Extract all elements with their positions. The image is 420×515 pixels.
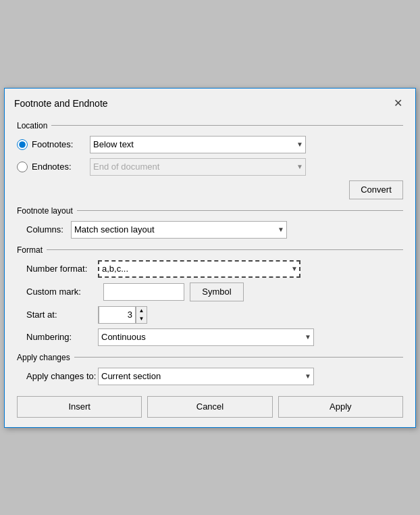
apply-to-label: Apply changes to: [17, 371, 98, 381]
numbering-select[interactable]: Continuous Restart each section Restart … [98, 328, 314, 346]
footnotes-label: Footnotes: [32, 139, 73, 149]
dialog-body: Location Footnotes: Below text Bottom of… [5, 117, 415, 427]
close-button[interactable]: ✕ [390, 95, 406, 112]
convert-button[interactable]: Convert [349, 180, 403, 199]
title-bar: Footnote and Endnote ✕ [5, 89, 415, 117]
columns-label: Columns: [17, 224, 71, 235]
format-section-label: Format [17, 245, 403, 255]
custom-mark-input[interactable] [103, 283, 184, 301]
start-at-input[interactable] [99, 306, 136, 324]
apply-changes-section-label: Apply changes [17, 353, 403, 362]
number-format-label: Number format: [17, 264, 98, 274]
start-at-label: Start at: [17, 310, 98, 320]
endnotes-select-wrapper: End of document End of section ▼ [90, 158, 306, 176]
numbering-select-wrapper: Continuous Restart each section Restart … [98, 328, 314, 346]
footnotes-radio-label[interactable]: Footnotes: [17, 139, 84, 150]
numbering-row: Numbering: Continuous Restart each secti… [17, 328, 403, 346]
apply-changes-section: Apply changes Apply changes to: Current … [17, 353, 403, 385]
spinner-down-button[interactable]: ▼ [136, 315, 147, 323]
location-section-label: Location [17, 121, 403, 130]
spinner-up-button[interactable]: ▲ [136, 307, 147, 315]
cancel-button[interactable]: Cancel [147, 396, 272, 418]
apply-to-select[interactable]: Current section Whole document This poin… [98, 368, 314, 385]
numbering-label: Numbering: [17, 332, 98, 342]
columns-select-wrapper: Match section layout 1 2 3 4 ▼ [71, 221, 287, 239]
convert-row: Convert [17, 180, 403, 199]
footnotes-row: Footnotes: Below text Bottom of page ▼ [17, 136, 403, 153]
endnotes-select[interactable]: End of document End of section [90, 158, 306, 176]
apply-to-row: Apply changes to: Current section Whole … [17, 368, 403, 385]
spinner-buttons: ▲ ▼ [136, 307, 147, 323]
endnotes-radio[interactable] [17, 162, 28, 172]
number-format-select[interactable]: a,b,c... 1,2,3... i,ii,iii... A,B,C... I… [98, 260, 300, 278]
endnotes-label: Endnotes: [32, 162, 72, 172]
columns-row: Columns: Match section layout 1 2 3 4 ▼ [17, 221, 403, 239]
dialog-title: Footnote and Endnote [14, 98, 108, 109]
number-format-row: Number format: a,b,c... 1,2,3... i,ii,ii… [17, 260, 403, 278]
start-at-row: Start at: ▲ ▼ [17, 306, 403, 324]
apply-button[interactable]: Apply [278, 396, 403, 418]
custom-mark-row: Custom mark: Symbol [17, 283, 403, 301]
insert-button[interactable]: Insert [17, 396, 142, 418]
footnote-layout-section: Footnote layout Columns: Match section l… [17, 206, 403, 239]
footer-buttons: Insert Cancel Apply [17, 396, 403, 418]
columns-select[interactable]: Match section layout 1 2 3 4 [71, 221, 287, 239]
footnotes-radio[interactable] [17, 139, 28, 150]
format-section: Format Number format: a,b,c... 1,2,3... … [17, 245, 403, 346]
endnotes-radio-label[interactable]: Endnotes: [17, 162, 84, 172]
footnote-layout-section-label: Footnote layout [17, 206, 403, 216]
location-section: Location Footnotes: Below text Bottom of… [17, 121, 403, 199]
apply-to-select-wrapper: Current section Whole document This poin… [98, 368, 314, 385]
symbol-button[interactable]: Symbol [190, 283, 244, 301]
number-format-select-wrapper: a,b,c... 1,2,3... i,ii,iii... A,B,C... I… [98, 260, 300, 278]
endnotes-row: Endnotes: End of document End of section… [17, 158, 403, 176]
dialog: Footnote and Endnote ✕ Location Footnote… [4, 88, 416, 428]
footnotes-select[interactable]: Below text Bottom of page [90, 136, 306, 153]
footnotes-select-wrapper: Below text Bottom of page ▼ [90, 136, 306, 153]
custom-mark-label: Custom mark: [17, 287, 98, 297]
start-at-spinner: ▲ ▼ [98, 306, 147, 324]
